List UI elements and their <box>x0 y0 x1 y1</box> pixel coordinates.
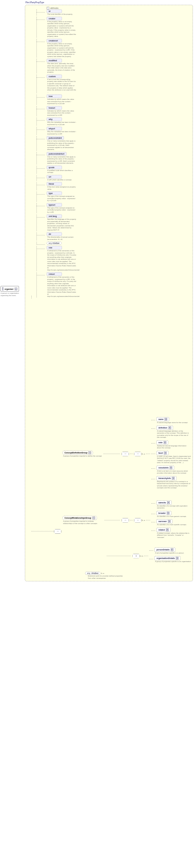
attr-desc: The directionality of textual content (e… <box>47 236 77 241</box>
element-row: name+ A natural language name for the co… <box>151 417 191 424</box>
cardinality: 0..∞ <box>101 572 104 574</box>
root-label: organiser <box>4 288 13 290</box>
attribute-row: modified The date (and, optionally, the … <box>27 59 191 73</box>
elem-desc: A natural language definition of the sem… <box>157 430 191 439</box>
sequence-connector-icon: ⋯ <box>134 452 142 456</box>
elem-desc: An identifier of a more generic concept. <box>157 516 186 518</box>
attr-desc: Indicates by which means the value was e… <box>47 98 77 105</box>
collapse-icon[interactable] <box>47 7 49 9</box>
organiser-element[interactable]: organiser − <box>1 286 19 292</box>
element-row: facet+ In NAR 1.8 and later, facet is de… <box>151 451 191 464</box>
elem-desc: A link to an item or a web resource whic… <box>157 470 191 474</box>
elem-note[interactable]: note+ <box>156 440 168 445</box>
group-desc: A group of properties required to indica… <box>63 520 103 525</box>
expand-icon[interactable]: + <box>166 529 168 531</box>
elem-sameAs[interactable]: sameAs+ <box>156 500 172 505</box>
element-row: broader+ An identifier of a more generic… <box>151 511 191 518</box>
expand-icon[interactable]: + <box>168 520 170 523</box>
elem-related[interactable]: related+ <box>156 528 170 532</box>
elem-facet[interactable]: facet+ <box>156 451 168 455</box>
expand-icon[interactable]: + <box>164 452 166 454</box>
attr-roleuri: roleuri <box>47 272 62 276</box>
attr-desc: A refinement of the semantics of the pro… <box>47 276 77 298</box>
attr-desc: A free-text value assigned as property v… <box>47 186 77 190</box>
attribute-row: pubconstraint One or many constraints th… <box>27 136 191 151</box>
expand-icon[interactable]: + <box>176 557 179 559</box>
collapse-icon[interactable]: − <box>88 452 91 454</box>
attr-pubconstrainturi: pubconstrainturi <box>47 152 67 156</box>
element-row: organisationDetails+ A group of properti… <box>149 556 191 563</box>
attr-desc: A URI which identifies a concept. <box>47 179 77 181</box>
expand-icon[interactable]: + <box>167 512 169 515</box>
attribute-row: dir The directionality of textual conten… <box>27 232 191 241</box>
elem-name[interactable]: name+ <box>156 417 169 422</box>
attr-desc: Indicates by which means the value was e… <box>47 110 77 117</box>
attribute-row: id The local identifier of the property. <box>27 9 191 16</box>
attr-modified: modified <box>47 59 62 62</box>
cardinality: 0..∞ <box>142 520 145 521</box>
root-desc: A person or organisation organising the … <box>1 292 21 297</box>
elem-personDetails[interactable]: personDetails+ <box>154 548 175 552</box>
attr-desc: Specifies the language of this property … <box>47 218 77 231</box>
attr-id: id <box>47 9 62 13</box>
attr-uri: uri <box>47 175 62 179</box>
attr-desc: Why the metadata has been included - exp… <box>47 121 77 126</box>
elem-desc: An identifier of a more specific concept… <box>157 524 187 526</box>
any-row: any ##other 0..∞ <box>63 572 191 575</box>
attr-qcode: qcode <box>47 165 62 169</box>
attribute-row: uri A URI which identifies a concept. <box>27 175 191 181</box>
attr-desc: If the property value is not empty, spec… <box>47 43 77 58</box>
attribute-row: howuri Indicates by which means the valu… <box>27 106 191 117</box>
choice-row: ⫴ 0..1 personDetails+ A set of propertie… <box>63 548 191 564</box>
attr-desc: Why the metadata has been included - exp… <box>47 131 77 135</box>
expand-icon[interactable]: + <box>172 477 174 479</box>
elem-remoteInfo[interactable]: remoteInfo+ <box>156 466 174 470</box>
elem-organisationDetails[interactable]: organisationDetails+ <box>154 556 181 560</box>
attribute-row: roleuri A refinement of the semantics of… <box>27 272 191 298</box>
sequence-connector-icon: ⋯ <box>134 518 142 523</box>
elem-desc: A natural language name for the concept. <box>157 422 188 424</box>
attributes-header[interactable]: attributes <box>47 7 191 9</box>
element-row: remoteInfo+ A link to an item or a web r… <box>151 466 191 474</box>
concept-definition-group[interactable]: ConceptDefinitionGroup − <box>63 451 93 455</box>
attr-why: why <box>47 117 62 121</box>
attribute-row: type The type of the concept assigned as… <box>27 191 191 202</box>
expand-icon[interactable]: + <box>167 501 170 504</box>
attr-type: type <box>47 191 62 195</box>
elem-broader[interactable]: broader+ <box>156 511 171 515</box>
attr-pubconstraint: pubconstraint <box>47 136 64 140</box>
sequence-connector-icon: ⋯ <box>122 452 129 456</box>
attr-desc: The date (and, optionally, the time) whe… <box>47 63 77 73</box>
expand-icon[interactable]: + <box>168 427 171 429</box>
attribute-row: whyuri Why the metadata has been include… <box>27 127 191 135</box>
attribute-row: qcode A qualified code which identifies … <box>27 165 191 174</box>
concept-relationships-group[interactable]: ConceptRelationshipsGroup − <box>63 516 97 520</box>
elem-desc: A related concept, where the relationshi… <box>157 532 191 539</box>
attr-how: how <box>47 94 62 98</box>
attr-literal: literal <box>47 182 62 186</box>
type-title[interactable]: Flex1PartyPropType <box>26 1 194 4</box>
attr-whyuri: whyuri <box>47 127 62 130</box>
element-row: narrower+ An identifier of a more specif… <box>151 519 191 526</box>
attr-desc: A refinement of the semantics of the pro… <box>47 250 77 271</box>
expand-icon[interactable]: + <box>171 549 173 551</box>
collapse-icon[interactable]: − <box>92 517 95 519</box>
element-row: hierarchyInfo+ Represents the position o… <box>151 476 191 489</box>
elem-desc: A group of properties specific to an org… <box>155 561 191 563</box>
elem-definition[interactable]: definition+ <box>156 426 173 430</box>
elem-hierarchyInfo[interactable]: hierarchyInfo+ <box>156 476 177 480</box>
collapse-icon[interactable]: − <box>15 287 17 290</box>
elem-narrower[interactable]: narrower+ <box>156 519 172 524</box>
cardinality: 0..∞ <box>142 453 145 455</box>
attr-creatoruri: creatoruri <box>47 39 62 42</box>
expand-icon[interactable]: + <box>170 466 172 469</box>
expand-icon[interactable]: + <box>165 418 167 421</box>
attribute-row: creator If the property value is not emp… <box>27 17 191 38</box>
expand-icon[interactable]: + <box>164 441 166 444</box>
attr-dir: dir <box>47 232 62 236</box>
attr-howuri: howuri <box>47 106 62 110</box>
attr-creator: creator <box>47 17 62 21</box>
root-element: organiser − A person or organisation org… <box>1 286 21 297</box>
elem-desc: In NAR 1.8 and later, facet is deprecate… <box>157 456 191 464</box>
attr-role: role <box>47 246 62 250</box>
